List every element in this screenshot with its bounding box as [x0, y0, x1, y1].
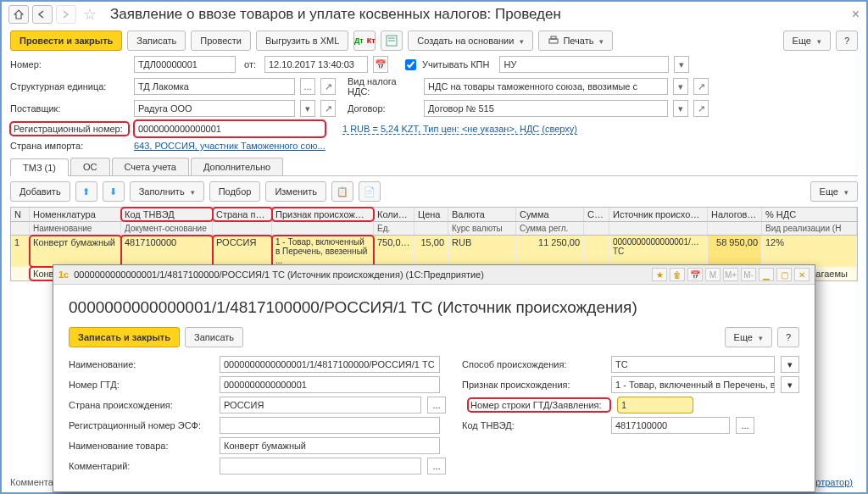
m-comment-dots[interactable]: ... [427, 458, 446, 475]
paste-icon[interactable]: 📄 [359, 181, 381, 202]
create-based-button[interactable]: Создать на основании [408, 31, 533, 51]
m-gtd-input[interactable]: 0000000000000001 [220, 376, 440, 393]
col-su[interactable]: Су... [584, 208, 609, 221]
col-origin[interactable]: Источник происхождения [609, 208, 708, 221]
modal-help[interactable]: ? [777, 327, 799, 347]
kpn-input[interactable]: НУ [499, 56, 669, 73]
mminus-icon[interactable]: M- [741, 268, 756, 281]
close-icon[interactable]: × [852, 7, 860, 22]
kpn-label: Учитывать КПН [422, 59, 490, 69]
move-down-icon[interactable]: ⬇ [103, 181, 125, 202]
m-method-dd[interactable]: ▾ [781, 356, 799, 373]
print-button[interactable]: Печать [538, 31, 613, 51]
m-tnved-dots[interactable]: ... [736, 417, 754, 434]
import-country-link[interactable]: 643, РОССИЯ, участник Таможенного сою... [134, 141, 326, 151]
currency-hint-link[interactable]: 1 RUB = 5,24 KZT, Тип цен: <не указан>, … [342, 124, 577, 135]
move-up-icon[interactable]: ⬆ [75, 181, 97, 202]
contract-label: Договор: [348, 103, 419, 114]
m-country-dots[interactable]: ... [427, 397, 446, 414]
m-comment-input[interactable] [220, 458, 421, 475]
vat-type-input[interactable]: НДС на товары таможенного союза, ввозимы… [424, 78, 668, 95]
grid-add-button[interactable]: Добавить [10, 181, 70, 202]
m-country-input[interactable]: РОССИЯ [220, 397, 421, 414]
m-sign-input[interactable]: 1 - Товар, включенный в Перечень, ввезен… [611, 376, 775, 393]
dtkt-icon[interactable]: ДтКт [353, 31, 376, 51]
modal-write-close[interactable]: Записать и закрыть [69, 327, 180, 347]
col-currency[interactable]: Валюта [448, 208, 516, 221]
grid-more-button[interactable]: Еще [810, 181, 858, 202]
col-tnved[interactable]: Код ТНВЭД [121, 208, 213, 221]
m-sign-dd[interactable]: ▾ [781, 376, 799, 393]
tab-extra[interactable]: Дополнительно [191, 158, 283, 175]
from-date-input[interactable]: 12.10.2017 13:40:03 [264, 56, 368, 73]
tab-accounts[interactable]: Счета учета [112, 158, 189, 175]
supplier-dropdown[interactable]: ▾ [300, 100, 315, 117]
m-tnved-input[interactable]: 4817100000 [611, 417, 730, 434]
grid-select-button[interactable]: Подбор [209, 181, 261, 202]
m-icon[interactable]: M [705, 268, 721, 281]
kpn-check[interactable] [405, 59, 416, 70]
grid-fill-button[interactable]: Заполнить [130, 181, 204, 202]
forward-icon[interactable] [56, 5, 76, 24]
min-icon[interactable]: ▁ [759, 268, 774, 281]
modal-close-icon[interactable]: ✕ [794, 268, 810, 281]
calc-icon[interactable]: 🗑 [670, 268, 685, 281]
print-label: Печать [563, 36, 593, 46]
more-button[interactable]: Еще [783, 31, 831, 51]
col-nomen[interactable]: Номенклатура [30, 208, 121, 221]
vat-open[interactable]: ↗ [693, 78, 709, 95]
mplus-icon[interactable]: M+ [723, 268, 738, 281]
post-and-close-button[interactable]: Провести и закрыть [10, 31, 122, 51]
col-country[interactable]: Страна происхожд... [213, 208, 272, 221]
contract-dropdown[interactable]: ▾ [673, 100, 688, 117]
m-method-input[interactable]: ТС [611, 356, 775, 373]
col-sub-rate: Курс валюты [448, 222, 516, 235]
cal-icon[interactable]: 📅 [687, 268, 703, 281]
origin-modal: 1c 0000000000000001/1/4817100000/РОССИЯ/… [53, 264, 815, 492]
su-open[interactable]: ↗ [320, 78, 336, 95]
star-icon[interactable]: ☆ [83, 5, 97, 24]
structural-unit-input[interactable]: ТД Лакомка [134, 78, 295, 95]
col-qty[interactable]: Колич... [374, 208, 415, 221]
kpn-dropdown[interactable]: ▾ [674, 56, 689, 73]
vat-dropdown[interactable]: ▾ [673, 78, 688, 95]
write-button[interactable]: Записать [127, 31, 186, 51]
export-xml-button[interactable]: Выгрузить в XML [256, 31, 348, 51]
supplier-open[interactable]: ↗ [320, 100, 336, 117]
fav-icon[interactable]: ★ [652, 268, 667, 281]
page-title: Заявление о ввозе товаров и уплате косве… [110, 6, 860, 23]
number-input[interactable]: ТДЛ00000001 [134, 56, 236, 73]
calendar-icon[interactable]: 📅 [373, 56, 388, 73]
contract-input[interactable]: Договор № 515 [424, 100, 668, 117]
col-vatbase[interactable]: Налоговая база НДС [708, 208, 762, 221]
home-icon[interactable] [8, 5, 29, 24]
help-button[interactable]: ? [836, 31, 858, 51]
m-name-input[interactable]: 0000000000000001/1/4817100000/РОССИЯ/1 Т… [220, 356, 440, 373]
include-kpn-checkbox[interactable]: Учитывать КПН [402, 57, 490, 73]
col-sum[interactable]: Сумма [516, 208, 584, 221]
supplier-input[interactable]: Радуга ООО [134, 100, 295, 117]
col-vatpct[interactable]: % НДС [762, 208, 857, 221]
modal-more[interactable]: Еще [725, 327, 772, 347]
modal-write[interactable]: Записать [185, 327, 243, 347]
m-esf-input[interactable] [220, 417, 440, 434]
col-n[interactable]: N [11, 208, 30, 221]
reg-num-input[interactable]: 0000000000000001 [134, 120, 326, 137]
su-dots[interactable]: ... [300, 78, 315, 95]
contract-open[interactable]: ↗ [693, 100, 709, 117]
col-price[interactable]: Цена [415, 208, 448, 221]
post-button[interactable]: Провести [191, 31, 251, 51]
tab-os[interactable]: ОС [70, 158, 110, 175]
back-icon[interactable] [32, 5, 53, 24]
report-icon[interactable] [381, 31, 403, 51]
m-goods-input[interactable]: Конверт бумажный [220, 437, 440, 454]
copy-icon[interactable]: 📋 [331, 181, 353, 202]
table-row[interactable]: 1 Конверт бумажный 4817100000 РОССИЯ 1 -… [11, 236, 857, 267]
tab-tmz[interactable]: ТМЗ (1) [10, 158, 69, 176]
grid-edit-button[interactable]: Изменить [265, 181, 326, 202]
m-tnved-label: Код ТНВЭД: [462, 420, 604, 430]
m-name-label: Наименование: [69, 359, 213, 369]
m-line-input[interactable]: 1 [617, 397, 693, 414]
max-icon[interactable]: ▢ [776, 268, 792, 281]
col-sign[interactable]: Признак происхождения [272, 208, 374, 221]
